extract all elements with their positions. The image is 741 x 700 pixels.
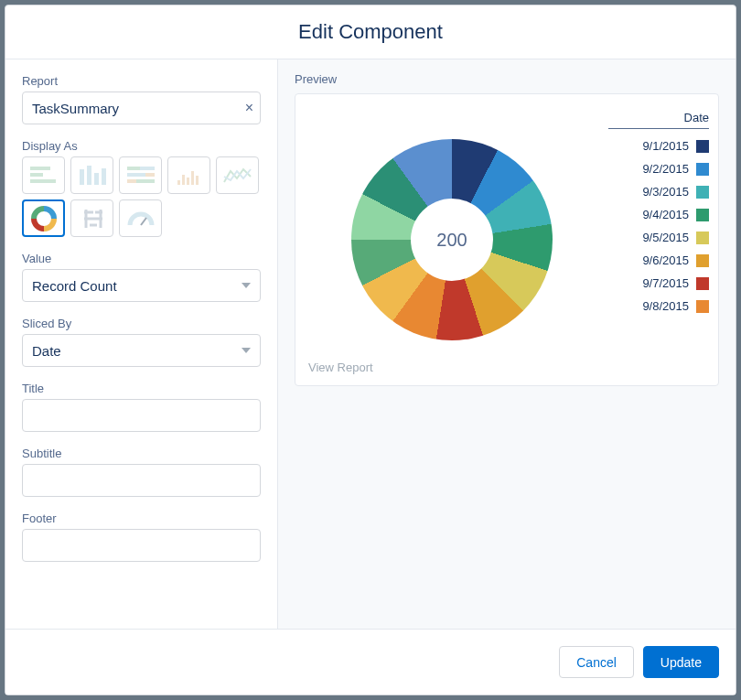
legend-row: 9/6/2015 (608, 249, 709, 272)
legend-row: 9/7/2015 (608, 272, 709, 295)
svg-rect-5 (94, 173, 99, 185)
svg-rect-6 (102, 168, 106, 185)
display-tile-metric[interactable] (70, 199, 113, 237)
legend-row: 9/2/2015 (608, 157, 709, 180)
legend-label: 9/2/2015 (642, 162, 689, 176)
display-tile-hbar[interactable] (22, 156, 65, 194)
dialog-header: Edit Component (5, 5, 736, 59)
report-label: Report (22, 74, 261, 88)
donut-chart: 200 (295, 94, 608, 385)
legend-swatch (696, 300, 709, 313)
svg-rect-3 (80, 169, 84, 185)
clear-report-icon[interactable]: × (245, 100, 253, 116)
config-panel: Report × Display As Value Record Count S… (5, 59, 278, 629)
value-select[interactable]: Record Count (22, 269, 261, 302)
legend-swatch (696, 163, 709, 176)
display-as-grid (22, 156, 261, 237)
svg-rect-4 (87, 166, 91, 185)
display-as-label: Display As (22, 139, 261, 153)
legend-row: 9/3/2015 (608, 180, 709, 203)
legend-label: 9/8/2015 (642, 299, 689, 313)
dialog-footer: Cancel Update (5, 629, 736, 695)
sliced-by-select[interactable]: Date (22, 334, 261, 367)
display-tile-stacked[interactable] (119, 156, 162, 194)
chart-legend: Date 9/1/20159/2/20159/3/20159/4/20159/5… (608, 94, 718, 385)
value-selected: Record Count (32, 278, 117, 294)
svg-rect-16 (191, 171, 194, 185)
svg-rect-13 (177, 180, 180, 185)
preview-label: Preview (295, 72, 719, 86)
legend-label: 9/3/2015 (642, 185, 689, 199)
title-input[interactable] (22, 399, 261, 432)
legend-swatch (696, 232, 709, 244)
display-tile-line[interactable] (216, 156, 259, 194)
footer-input[interactable] (22, 529, 261, 562)
legend-row: 9/5/2015 (608, 226, 709, 249)
legend-row: 9/8/2015 (608, 295, 709, 318)
legend-swatch (696, 254, 709, 267)
preview-box: 200 Date 9/1/20159/2/20159/3/20159/4/201… (295, 93, 719, 386)
legend-label: 9/7/2015 (642, 276, 689, 290)
chevron-down-icon (242, 348, 251, 353)
display-tile-scatter[interactable] (167, 156, 210, 194)
subtitle-input[interactable] (22, 464, 261, 497)
svg-rect-15 (187, 178, 189, 185)
sliced-by-label: Sliced By (22, 317, 261, 330)
footer-label: Footer (22, 512, 261, 525)
legend-title: Date (608, 111, 709, 129)
value-label: Value (22, 252, 261, 265)
legend-label: 9/4/2015 (642, 208, 689, 221)
legend-row: 9/1/2015 (608, 135, 709, 157)
chevron-down-icon (242, 283, 251, 288)
title-label: Title (22, 382, 261, 395)
cancel-button[interactable]: Cancel (559, 646, 634, 678)
view-report-link[interactable]: View Report (308, 361, 373, 374)
legend-swatch (696, 140, 709, 153)
svg-rect-17 (196, 176, 199, 185)
display-tile-vbar[interactable] (70, 156, 113, 194)
svg-rect-10 (127, 173, 145, 177)
svg-rect-14 (182, 175, 185, 185)
legend-row: 9/4/2015 (608, 203, 709, 226)
sliced-selected: Date (32, 343, 61, 359)
edit-component-dialog: Edit Component Report × Display As Value… (5, 5, 736, 695)
report-input[interactable] (22, 92, 261, 124)
legend-label: 9/5/2015 (642, 231, 689, 244)
preview-panel: Preview 200 Date 9/1/20159/2/20159/3/201… (278, 59, 736, 629)
svg-rect-12 (127, 179, 136, 183)
legend-swatch (696, 277, 709, 290)
dialog-title: Edit Component (5, 20, 736, 44)
subtitle-label: Subtitle (22, 447, 261, 460)
update-button[interactable]: Update (643, 646, 719, 678)
dialog-body: Report × Display As Value Record Count S… (5, 59, 736, 629)
display-tile-gauge[interactable] (119, 199, 162, 237)
legend-label: 9/1/2015 (642, 139, 689, 153)
svg-rect-0 (30, 167, 50, 170)
svg-rect-8 (127, 167, 140, 170)
svg-rect-2 (30, 179, 56, 183)
svg-line-25 (141, 218, 146, 225)
svg-rect-1 (30, 173, 43, 177)
legend-swatch (696, 186, 709, 199)
display-tile-donut[interactable] (22, 199, 65, 237)
chart-center-label: 200 (411, 199, 493, 281)
legend-label: 9/6/2015 (642, 253, 689, 267)
legend-swatch (696, 209, 709, 221)
